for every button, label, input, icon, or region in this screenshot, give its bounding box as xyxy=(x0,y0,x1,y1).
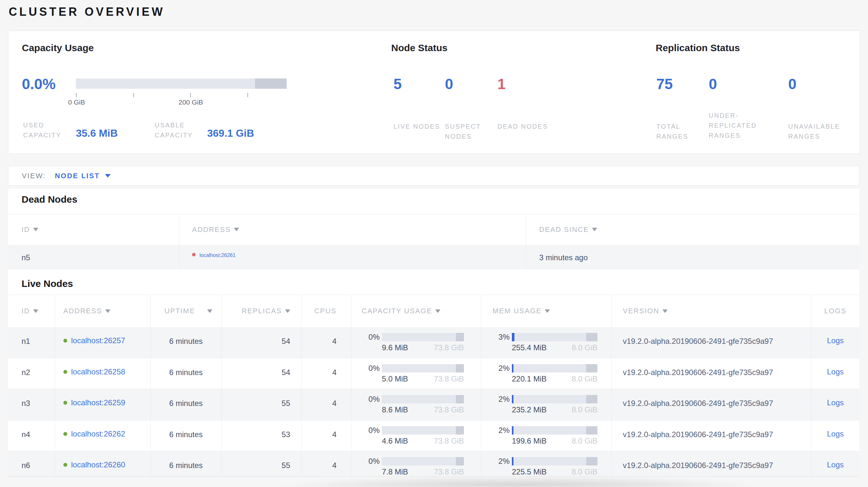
cpus-cell: 4 xyxy=(301,420,351,451)
capacity-usage-bar xyxy=(382,395,464,403)
replicas-cell: 55 xyxy=(221,389,301,420)
logs-link[interactable]: Logs xyxy=(827,367,843,376)
node-address-link[interactable]: localhost:26262 xyxy=(71,429,125,438)
capacity-usage-cell: 0% 4.6 MiB 73.8 GiB xyxy=(351,420,481,451)
capacity-reserved-segment xyxy=(456,457,464,465)
view-selector-dropdown[interactable]: NODE LIST xyxy=(55,172,111,180)
sort-desc-icon xyxy=(592,228,597,231)
mem-reserved-segment xyxy=(586,333,597,341)
column-header-address[interactable]: ADDRESS xyxy=(179,214,526,245)
capacity-used-value: 7.8 MiB xyxy=(382,467,408,476)
total-ranges-label: TOTAL RANGES xyxy=(656,122,711,141)
replication-status-title: Replication Status xyxy=(656,42,740,54)
column-header-mem-usage[interactable]: MEM USAGE xyxy=(481,295,611,327)
node-address-link[interactable]: localhost:26257 xyxy=(71,336,125,345)
mem-total-value: 8.0 GiB xyxy=(572,467,597,476)
uptime-cell: 6 minutes xyxy=(150,327,221,358)
mem-used-segment xyxy=(512,426,514,434)
chevron-down-icon xyxy=(105,174,111,177)
capacity-usage-title: Capacity Usage xyxy=(22,42,94,54)
axis-tick xyxy=(190,93,191,97)
node-live-icon xyxy=(63,401,67,404)
capacity-percent-label: 0% xyxy=(351,364,380,373)
mem-usage-bar xyxy=(512,426,597,434)
mem-percent-label: 2% xyxy=(481,364,509,373)
replicas-cell: 54 xyxy=(221,358,301,389)
cpus-cell: 4 xyxy=(301,358,351,389)
node-id-cell: n3 xyxy=(8,389,55,420)
mem-used-value: 199.6 MiB xyxy=(512,436,547,446)
logs-link[interactable]: Logs xyxy=(827,429,843,438)
table-row: n1 localhost:26257 6 minutes 54 4 0% 9.6… xyxy=(8,327,859,358)
column-header-uptime[interactable]: UPTIME xyxy=(150,295,221,327)
node-live-icon xyxy=(63,370,67,374)
node-address-cell: localhost:26261 xyxy=(179,245,526,269)
column-header-logs: LOGS xyxy=(811,295,859,327)
axis-tick-label: 0 GiB xyxy=(68,98,85,106)
dead-nodes-header-row: ID ADDRESS DEAD SINCE xyxy=(8,214,859,245)
column-header-dead-since[interactable]: DEAD SINCE xyxy=(526,214,859,245)
node-status-title: Node Status xyxy=(391,42,447,54)
capacity-usage-cell: 0% 7.8 MiB 73.8 GiB xyxy=(351,451,481,477)
column-header-cpus[interactable]: CPUS xyxy=(301,295,351,327)
node-live-icon xyxy=(63,339,67,343)
sort-desc-icon xyxy=(207,310,212,313)
sort-desc-icon xyxy=(662,310,668,313)
mem-usage-cell: 2% 225.5 MiB 8.0 GiB xyxy=(481,451,611,477)
node-address-link[interactable]: localhost:26258 xyxy=(71,367,125,376)
mem-usage-bar xyxy=(512,333,597,341)
view-selected-value: NODE LIST xyxy=(55,172,100,180)
logs-link[interactable]: Logs xyxy=(827,460,843,469)
under-replicated-count: 0 xyxy=(709,76,717,91)
capacity-usage-cell: 0% 8.6 MiB 73.8 GiB xyxy=(351,389,481,420)
column-header-capacity-usage[interactable]: CAPACITY USAGE xyxy=(351,295,481,327)
capacity-percent: 0.0% xyxy=(22,76,56,91)
capacity-usage-cell: 0% 5.0 MiB 73.8 GiB xyxy=(351,358,481,389)
capacity-percent-label: 0% xyxy=(351,395,380,404)
capacity-total-value: 73.8 GiB xyxy=(434,375,464,383)
node-id-cell: n5 xyxy=(8,245,179,269)
capacity-usage-cell: 0% 9.6 MiB 73.8 GiB xyxy=(351,327,481,358)
mem-total-value: 8.0 GiB xyxy=(572,436,597,446)
capacity-total-value: 73.8 GiB xyxy=(434,405,464,414)
axis-tick xyxy=(76,93,76,97)
mem-usage-cell: 2% 235.2 MiB 8.0 GiB xyxy=(481,389,611,420)
column-header-replicas[interactable]: REPLICAS xyxy=(221,295,301,327)
node-address-link[interactable]: localhost:26261 xyxy=(199,253,236,258)
unavailable-ranges-count: 0 xyxy=(788,76,797,91)
under-replicated-label: UNDER-REPLICATED RANGES xyxy=(709,111,764,140)
mem-used-value: 255.4 MiB xyxy=(512,343,547,352)
capacity-usage-bar xyxy=(382,426,464,434)
node-address-link[interactable]: localhost:26260 xyxy=(71,460,125,469)
logs-link[interactable]: Logs xyxy=(827,336,843,345)
axis-tick xyxy=(247,93,248,97)
uptime-cell: 6 minutes xyxy=(150,358,221,389)
capacity-total-value: 73.8 GiB xyxy=(434,436,464,446)
column-header-id[interactable]: ID xyxy=(8,295,55,327)
column-header-address[interactable]: ADDRESS xyxy=(55,295,150,327)
capacity-percent-label: 0% xyxy=(351,426,380,435)
capacity-percent-label: 0% xyxy=(351,457,380,466)
column-header-id[interactable]: ID xyxy=(8,214,179,245)
column-header-version[interactable]: VERSION xyxy=(611,295,811,327)
live-nodes-count: 5 xyxy=(394,76,402,91)
mem-percent-label: 2% xyxy=(481,457,509,466)
total-ranges-count: 75 xyxy=(656,76,673,91)
node-address-cell: localhost:26259 xyxy=(55,389,150,420)
capacity-used-value: 4.6 MiB xyxy=(382,436,408,446)
used-capacity-label: USED CAPACITY xyxy=(23,120,78,140)
mem-usage-bar xyxy=(512,364,597,372)
node-address-link[interactable]: localhost:26259 xyxy=(71,398,125,407)
capacity-used-value: 9.6 MiB xyxy=(382,343,408,352)
table-row: n5 localhost:26261 3 minutes ago xyxy=(8,245,859,269)
table-row: n6 localhost:26260 6 minutes 55 4 0% 7.8… xyxy=(8,451,859,477)
logs-link[interactable]: Logs xyxy=(827,398,843,407)
node-live-icon xyxy=(63,463,67,467)
live-nodes-label: LIVE NODES xyxy=(394,122,448,132)
node-address-cell: localhost:26262 xyxy=(55,420,150,451)
mem-reserved-segment xyxy=(586,426,597,434)
bottom-shadow xyxy=(231,477,868,487)
mem-total-value: 8.0 GiB xyxy=(572,375,597,383)
nodes-panel: Dead Nodes ID ADDRESS DEAD SINCE n5 loca… xyxy=(8,188,859,477)
unavailable-ranges-label: UNAVAILABLE RANGES xyxy=(788,122,862,141)
